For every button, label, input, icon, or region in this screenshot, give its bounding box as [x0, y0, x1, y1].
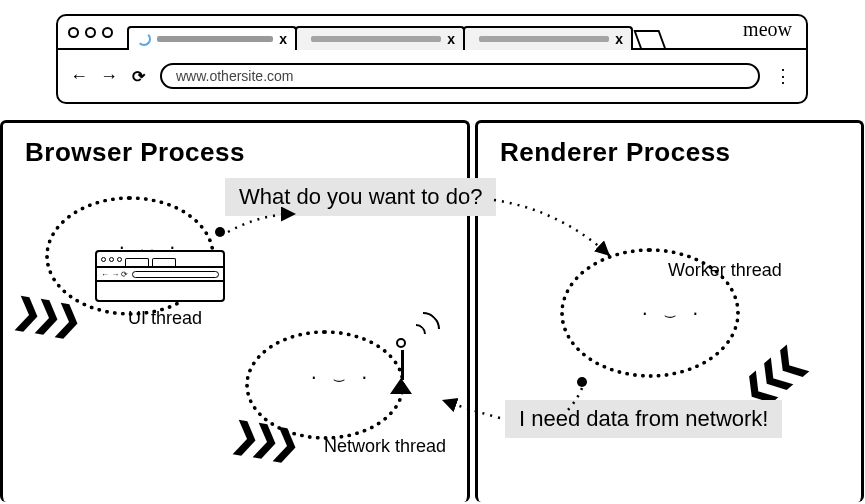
browser-window-illustration: x x x meow ← → ⟳ www.othersite.com ⋮ — [56, 14, 808, 104]
face-icon: . ‿ . — [640, 300, 703, 319]
close-tab-icon: x — [447, 31, 455, 47]
tab-title-placeholder — [311, 36, 441, 42]
reload-icon: ⟳ — [130, 67, 146, 86]
address-bar: ← → ⟳ www.othersite.com ⋮ — [58, 50, 806, 102]
forward-arrow-icon: → — [100, 66, 116, 87]
url-field: www.othersite.com — [160, 63, 760, 89]
close-tab-icon: x — [615, 31, 623, 47]
loading-spinner-icon — [137, 32, 151, 46]
new-tab-icon — [633, 30, 666, 50]
browser-tab: x — [463, 26, 633, 50]
back-arrow-icon: ← — [70, 66, 86, 87]
face-icon: . ‿ . — [309, 364, 372, 383]
network-thread-label: Network thread — [324, 436, 446, 457]
speech-bubble-answer: I need data from network! — [505, 400, 782, 438]
browser-tab: x — [295, 26, 465, 50]
ui-thread-label: UI thread — [128, 308, 202, 329]
traffic-light-icon — [102, 27, 113, 38]
worker-thread-label: Worker thread — [668, 260, 782, 281]
browser-tab: x — [127, 26, 297, 50]
tab-title-placeholder — [157, 36, 273, 42]
browser-process-title: Browser Process — [25, 137, 467, 168]
mini-browser-icon: ← → ⟳ — [95, 250, 225, 302]
traffic-light-icon — [68, 27, 79, 38]
renderer-process-title: Renderer Process — [500, 137, 861, 168]
close-tab-icon: x — [279, 31, 287, 47]
url-text: www.othersite.com — [176, 68, 293, 84]
tab-bar: x x x meow — [58, 16, 806, 50]
tab-title-placeholder — [479, 36, 609, 42]
speech-bubble-question: What do you want to do? — [225, 178, 496, 216]
traffic-lights — [68, 27, 113, 38]
kebab-menu-icon: ⋮ — [774, 65, 794, 87]
meow-label: meow — [743, 18, 792, 41]
antenna-icon — [396, 338, 406, 348]
traffic-light-icon — [85, 27, 96, 38]
